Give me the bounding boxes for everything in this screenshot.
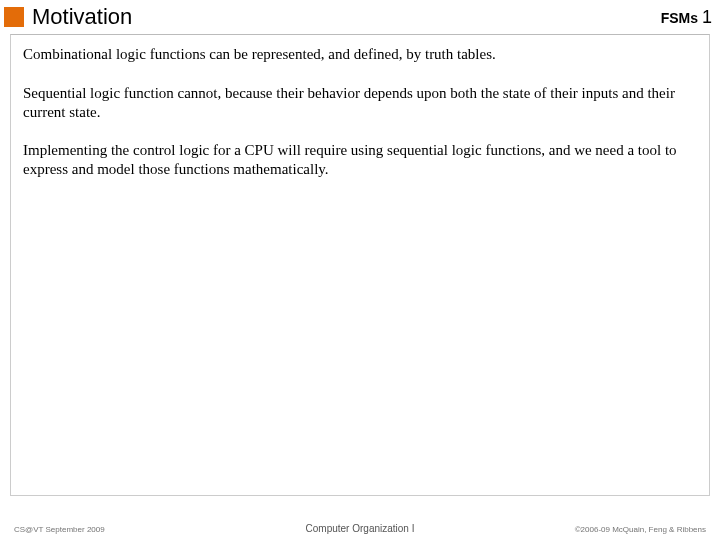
footer-right: ©2006-09 McQuain, Feng & Ribbens: [575, 525, 706, 534]
paragraph-3: Implementing the control logic for a CPU…: [23, 141, 697, 179]
topic-label: FSMs: [661, 10, 698, 26]
slide-header: Motivation FSMs 1: [0, 0, 720, 32]
paragraph-2: Sequential logic function cannot, becaus…: [23, 84, 697, 122]
footer-left: CS@VT September 2009: [14, 525, 105, 534]
slide: Motivation FSMs 1 Combinational logic fu…: [0, 0, 720, 540]
content-box: Combinational logic functions can be rep…: [10, 34, 710, 496]
page-number: 1: [702, 7, 712, 28]
footer-center: Computer Organization I: [306, 523, 415, 534]
slide-title: Motivation: [32, 4, 132, 30]
header-right: FSMs 1: [661, 7, 712, 28]
paragraph-1: Combinational logic functions can be rep…: [23, 45, 697, 64]
title-wrap: Motivation: [4, 4, 132, 30]
accent-square-icon: [4, 7, 24, 27]
